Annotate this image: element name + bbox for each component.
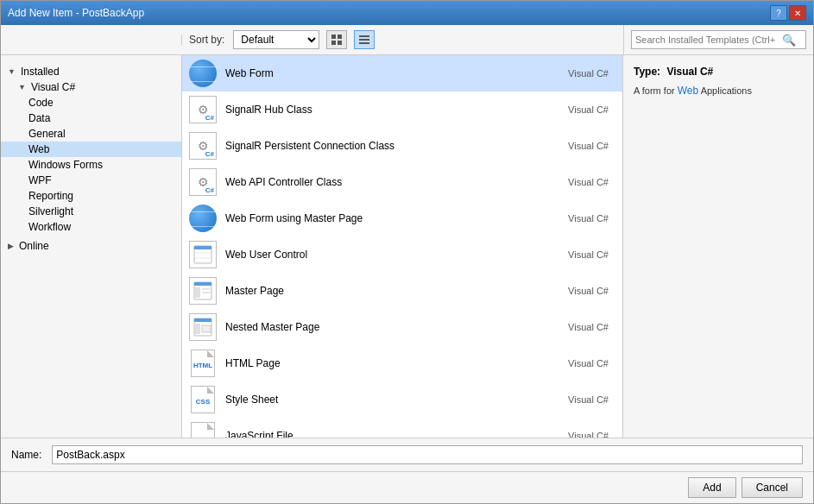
center-panel: Web Form Visual C# ⚙ C# SignalR Hub Clas…: [182, 55, 623, 438]
sidebar-item-web[interactable]: Web: [1, 142, 181, 157]
template-lang-masterpage-form: Visual C#: [568, 213, 609, 224]
expand-icon-online: ▶: [8, 242, 14, 250]
template-item-webform[interactable]: Web Form Visual C#: [182, 55, 622, 91]
signalr-hub-icon: ⚙ C#: [189, 96, 217, 123]
expand-icon-installed: ▼: [8, 67, 16, 76]
template-item-js-file[interactable]: JS JavaScript File Visual C#: [182, 418, 622, 438]
search-icon[interactable]: 🔍: [779, 34, 799, 47]
svg-rect-13: [195, 287, 200, 298]
desc-highlight: Web: [678, 85, 698, 97]
sidebar-item-silverlight-label: Silverlight: [28, 205, 73, 217]
sidebar-item-general[interactable]: General: [1, 126, 181, 142]
sidebar-group-installed: ▼ Installed ▼ Visual C# Code Data: [1, 62, 181, 236]
template-item-user-control[interactable]: Web User Control Visual C#: [182, 236, 622, 273]
template-lang-js-file: Visual C#: [568, 431, 609, 438]
sidebar-item-workflow[interactable]: Workflow: [1, 219, 181, 235]
template-item-style-sheet[interactable]: CSS Style Sheet Visual C#: [182, 381, 622, 418]
user-control-icon: [189, 241, 217, 268]
sort-label: Sort by:: [189, 34, 224, 46]
name-input[interactable]: [52, 445, 803, 464]
button-row: Add Cancel: [1, 471, 813, 503]
template-name-style-sheet: Style Sheet: [225, 394, 559, 406]
template-item-master-page[interactable]: Master Page Visual C#: [182, 273, 622, 309]
template-name-signalr-hub: SignalR Hub Class: [225, 104, 559, 116]
sort-toolbar-left: [1, 35, 182, 45]
view-list-button[interactable]: [354, 30, 375, 49]
right-panel: Type: Visual C# A form for Web Applicati…: [623, 55, 813, 438]
svg-rect-1: [338, 35, 342, 39]
template-lang-signalr-hub: Visual C#: [568, 104, 609, 115]
view-grid-button[interactable]: [326, 30, 347, 49]
svg-rect-2: [331, 41, 336, 45]
help-button[interactable]: ?: [770, 5, 787, 21]
sidebar-item-visual-cs-label: Visual C#: [31, 81, 75, 93]
sidebar-item-workflow-label: Workflow: [28, 221, 71, 233]
sidebar-item-installed[interactable]: ▼ Installed: [1, 64, 181, 79]
template-name-webform: Web Form: [225, 67, 559, 79]
add-button[interactable]: Add: [688, 477, 735, 498]
sidebar-item-online[interactable]: ▶ Online: [1, 238, 181, 254]
template-item-webapi[interactable]: ⚙ C# Web API Controller Class Visual C#: [182, 164, 622, 200]
style-sheet-icon: CSS: [189, 386, 217, 413]
bottom-bar: Name:: [1, 438, 813, 471]
svg-rect-17: [194, 318, 211, 322]
cancel-button[interactable]: Cancel: [741, 477, 803, 498]
dialog-window: Add New Item - PostBackApp ? ✕ Sort by: …: [0, 0, 814, 504]
template-name-js-file: JavaScript File: [225, 430, 559, 438]
webform-icon: [189, 60, 217, 87]
sidebar-item-data[interactable]: Data: [1, 110, 181, 126]
main-content: Sort by: Default: [1, 25, 813, 503]
svg-rect-4: [359, 35, 369, 37]
sidebar-item-reporting[interactable]: Reporting: [1, 188, 181, 204]
sort-select[interactable]: Default: [233, 30, 319, 49]
sort-toolbar: Sort by: Default: [182, 25, 623, 54]
sidebar-item-online-label: Online: [19, 240, 49, 252]
panels-row: ▼ Installed ▼ Visual C# Code Data: [1, 55, 813, 438]
template-name-nested-master: Nested Master Page: [225, 321, 559, 333]
sidebar-item-wpf[interactable]: WPF: [1, 173, 181, 188]
sidebar-item-reporting-label: Reporting: [28, 190, 73, 202]
template-lang-style-sheet: Visual C#: [568, 394, 609, 405]
sidebar-item-installed-label: Installed: [21, 66, 60, 78]
sidebar-item-code-label: Code: [28, 97, 54, 109]
template-lang-webform: Visual C#: [568, 68, 609, 79]
sidebar-item-wpf-label: WPF: [28, 174, 52, 186]
svg-rect-3: [338, 41, 342, 45]
expand-icon-visual-cs: ▼: [18, 83, 26, 91]
template-name-signalr-persistent: SignalR Persistent Connection Class: [225, 140, 559, 152]
svg-rect-6: [359, 42, 369, 44]
template-item-signalr-hub[interactable]: ⚙ C# SignalR Hub Class Visual C#: [182, 91, 622, 128]
template-item-nested-master[interactable]: Nested Master Page Visual C#: [182, 309, 622, 345]
type-prefix: Type:: [634, 66, 660, 78]
template-item-signalr-persistent[interactable]: ⚙ C# SignalR Persistent Connection Class…: [182, 128, 622, 164]
template-name-masterpage-form: Web Form using Master Page: [225, 212, 559, 224]
template-lang-html-page: Visual C#: [568, 358, 609, 369]
template-name-webapi: Web API Controller Class: [225, 176, 559, 188]
svg-rect-8: [194, 246, 211, 249]
close-button[interactable]: ✕: [789, 5, 806, 21]
title-bar-buttons: ? ✕: [770, 5, 806, 21]
template-name-master-page: Master Page: [225, 285, 559, 297]
sidebar-item-code[interactable]: Code: [1, 95, 181, 110]
js-file-icon: JS: [189, 422, 217, 438]
template-item-html-page[interactable]: HTML HTML Page Visual C#: [182, 345, 622, 381]
template-name-user-control: Web User Control: [225, 249, 559, 261]
sidebar-item-data-label: Data: [28, 112, 50, 124]
svg-rect-18: [195, 324, 200, 334]
sidebar-group-visual-cs: ▼ Visual C# Code Data General: [1, 79, 181, 235]
template-lang-user-control: Visual C#: [568, 249, 609, 260]
template-lang-master-page: Visual C#: [568, 286, 609, 296]
sidebar-item-web-label: Web: [28, 143, 49, 155]
template-item-masterpage-form[interactable]: Web Form using Master Page Visual C#: [182, 200, 622, 236]
template-name-html-page: HTML Page: [225, 357, 559, 369]
sidebar-item-visual-cs[interactable]: ▼ Visual C#: [1, 79, 181, 95]
sidebar-item-general-label: General: [28, 128, 66, 140]
sidebar-item-silverlight[interactable]: Silverlight: [1, 204, 181, 219]
html-page-icon: HTML: [189, 350, 217, 377]
search-input[interactable]: [632, 31, 779, 48]
webapi-icon: ⚙ C#: [189, 168, 217, 196]
svg-rect-5: [359, 39, 369, 41]
search-area: 🔍: [623, 25, 813, 54]
sidebar-item-windows-forms[interactable]: Windows Forms: [1, 157, 181, 173]
type-value: Visual C#: [666, 66, 713, 78]
